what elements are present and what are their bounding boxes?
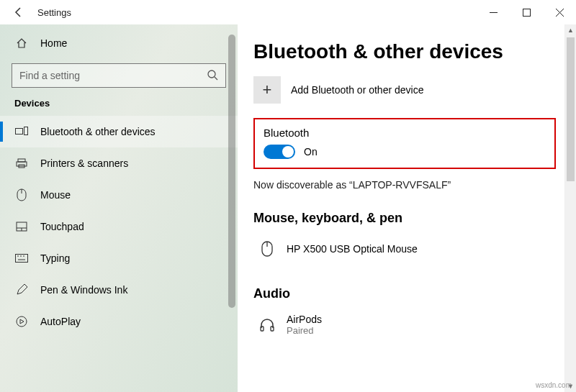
scrollbar-thumb[interactable]: [228, 35, 235, 308]
window-title: Settings: [37, 7, 71, 18]
sidebar-item-pen[interactable]: Pen & Windows Ink: [0, 274, 238, 306]
headphones-icon: [258, 316, 276, 332]
sidebar-item-typing[interactable]: Typing: [0, 242, 238, 274]
sidebar-item-mouse[interactable]: Mouse: [0, 179, 238, 211]
sidebar-item-label: Pen & Windows Ink: [40, 284, 127, 296]
home-nav[interactable]: Home: [0, 29, 238, 58]
main-content: Bluetooth & other devices + Add Bluetoot…: [238, 24, 576, 392]
svg-rect-8: [18, 159, 25, 162]
home-icon: [14, 37, 29, 49]
add-device-label: Add Bluetooth or other device: [291, 84, 423, 96]
sidebar-item-label: Printers & scanners: [40, 158, 128, 169]
device-name: AirPods: [287, 314, 322, 325]
sidebar-item-label: Bluetooth & other devices: [40, 126, 156, 137]
minimize-button[interactable]: [477, 0, 510, 24]
sidebar: Home Find a setting Devices Bluetooth & …: [0, 24, 238, 392]
device-status: Paired: [287, 325, 322, 336]
sidebar-item-label: Touchpad: [40, 221, 84, 232]
watermark: wsxdn.com: [536, 381, 572, 389]
svg-rect-9: [17, 162, 27, 166]
sidebar-item-autoplay[interactable]: AutoPlay: [0, 306, 238, 337]
sidebar-item-bluetooth[interactable]: Bluetooth & other devices: [0, 116, 238, 147]
devices-icon: [14, 127, 29, 137]
home-label: Home: [40, 37, 67, 49]
scroll-up-icon[interactable]: ▲: [565, 24, 576, 36]
svg-point-4: [208, 70, 215, 78]
bluetooth-section-highlight: Bluetooth On: [253, 118, 556, 169]
close-button[interactable]: [543, 0, 576, 24]
section-audio-header: Audio: [253, 286, 563, 301]
device-name: HP X500 USB Optical Mouse: [287, 243, 418, 255]
device-row-airpods[interactable]: AirPods Paired: [253, 307, 563, 342]
page-title: Bluetooth & other devices: [253, 40, 563, 63]
device-row-mouse[interactable]: HP X500 USB Optical Mouse: [253, 232, 563, 266]
svg-point-21: [17, 316, 27, 327]
section-mouse-header: Mouse, keyboard, & pen: [253, 211, 563, 226]
printer-icon: [14, 158, 29, 169]
main-scrollbar[interactable]: ▲ ▼: [564, 24, 576, 392]
discoverable-text: Now discoverable as “LAPTOP-RVVFSALF”: [253, 179, 563, 191]
bluetooth-toggle[interactable]: [264, 145, 295, 159]
sidebar-item-printers[interactable]: Printers & scanners: [0, 147, 238, 179]
maximize-button[interactable]: [510, 0, 543, 24]
svg-rect-16: [16, 255, 28, 263]
back-button[interactable]: [10, 4, 27, 21]
pen-icon: [14, 284, 29, 296]
titlebar: Settings: [0, 0, 576, 24]
add-device-button[interactable]: + Add Bluetooth or other device: [253, 75, 563, 105]
search-icon: [207, 69, 218, 83]
svg-line-5: [215, 77, 217, 80]
bluetooth-state: On: [304, 146, 318, 158]
bluetooth-label: Bluetooth: [264, 127, 546, 139]
search-placeholder: Find a setting: [19, 70, 207, 81]
sidebar-item-label: AutoPlay: [40, 316, 81, 327]
keyboard-icon: [14, 254, 29, 263]
sidebar-group-label: Devices: [0, 98, 238, 116]
mouse-icon: [258, 241, 276, 257]
sidebar-item-label: Mouse: [40, 189, 71, 201]
search-input[interactable]: Find a setting: [12, 63, 226, 88]
svg-rect-24: [261, 327, 264, 331]
touchpad-icon: [14, 222, 29, 232]
scrollbar-thumb[interactable]: [567, 37, 575, 181]
sidebar-item-touchpad[interactable]: Touchpad: [0, 211, 238, 242]
mouse-icon: [14, 188, 29, 201]
plus-icon: +: [253, 76, 281, 104]
svg-rect-7: [24, 127, 28, 135]
sidebar-scrollbar[interactable]: [226, 24, 238, 392]
svg-rect-25: [271, 327, 274, 331]
sidebar-item-label: Typing: [40, 252, 70, 264]
autoplay-icon: [14, 316, 29, 327]
svg-rect-1: [523, 9, 530, 16]
svg-rect-6: [16, 129, 23, 135]
